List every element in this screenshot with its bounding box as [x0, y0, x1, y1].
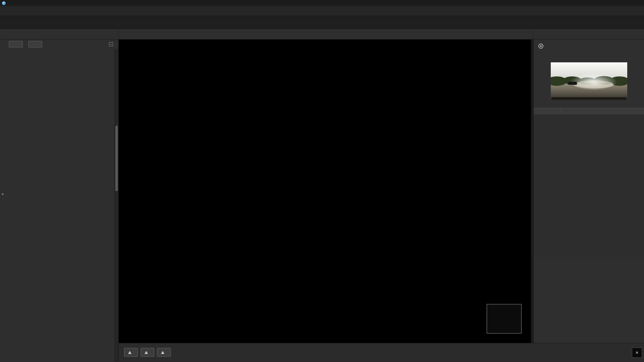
panorama-svg [551, 62, 627, 100]
project-explorer-sidebar: ▪ [0, 40, 119, 362]
sidebar-tool-tabs [0, 29, 119, 39]
sitemap-thumbnail [487, 304, 521, 332]
canvas-toolbar [119, 29, 533, 39]
collapse-bundle-button[interactable] [9, 41, 23, 48]
status-bar: × [119, 343, 644, 362]
targets-table-header [534, 108, 644, 115]
setup-target-icon [538, 44, 543, 49]
close-button[interactable] [632, 0, 644, 6]
maximize-button[interactable] [620, 0, 632, 6]
sidebar-collapse-arrow[interactable]: ◂ [0, 188, 5, 200]
setup-panorama-image[interactable] [551, 62, 627, 100]
setup-marker-icon [128, 351, 131, 354]
delete-links-button[interactable] [157, 348, 171, 357]
setup-info [534, 51, 644, 57]
workflow-bar [0, 16, 644, 29]
delete-setups-button[interactable] [124, 348, 138, 357]
pointcloud-map [119, 40, 531, 343]
panel-layout-icon[interactable] [634, 29, 644, 39]
image-section-label [534, 57, 644, 62]
tool-row [0, 29, 644, 40]
sitemap-label [487, 332, 521, 333]
setup-marker-icon [145, 351, 148, 354]
dismiss-message-button[interactable]: × [632, 348, 642, 358]
collapse-all-button[interactable] [28, 41, 42, 48]
setup-tree [0, 49, 114, 362]
scrollbar-thumb[interactable] [115, 126, 118, 191]
targets-section-label [534, 103, 644, 107]
properties-panel [533, 40, 644, 343]
collapse-button-row: ▪ [0, 40, 118, 49]
app-icon [2, 1, 6, 5]
window-titlebar [0, 0, 644, 6]
expand-panel-icon[interactable]: ▪ [109, 42, 113, 46]
sidebar-scrollbar[interactable] [114, 49, 118, 362]
minimize-button[interactable] [608, 0, 620, 6]
setup-header [534, 40, 644, 51]
targets-table-body [534, 115, 644, 259]
setup-marker-icon [161, 351, 164, 354]
window-controls [608, 0, 644, 6]
column-name[interactable] [534, 108, 560, 115]
sitemap-inset[interactable] [487, 304, 522, 334]
canvas-actions [124, 348, 171, 357]
panel-tab-row [533, 29, 644, 39]
menu-toolbar [0, 6, 644, 16]
registration-canvas[interactable] [119, 40, 531, 343]
show-hide-setup-clouds-button[interactable] [141, 348, 154, 357]
